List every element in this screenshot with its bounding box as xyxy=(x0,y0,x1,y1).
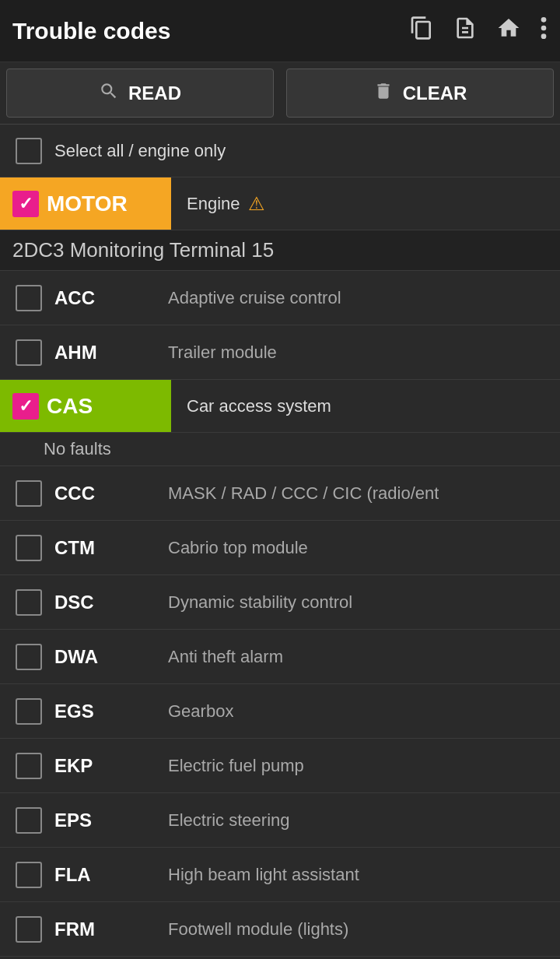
dsc-checkbox[interactable] xyxy=(16,589,42,616)
acc-checkbox[interactable] xyxy=(16,285,42,311)
egs-desc: Gearbox xyxy=(168,701,233,722)
cas-module-header[interactable]: CAS Car access system xyxy=(0,380,560,433)
cas-checkbox[interactable] xyxy=(12,393,39,420)
motor-checkbox[interactable] xyxy=(12,191,39,217)
acc-code: ACC xyxy=(54,287,156,309)
ctm-desc: Cabrio top module xyxy=(168,538,308,558)
frm-code: FRM xyxy=(54,919,156,940)
egs-code: EGS xyxy=(54,701,156,722)
ekp-checkbox[interactable] xyxy=(16,753,42,779)
list-item[interactable]: CCC MASK / RAD / CCC / CIC (radio/ent xyxy=(0,466,560,521)
svg-point-0 xyxy=(541,17,547,23)
select-all-checkbox[interactable] xyxy=(16,138,42,164)
home-icon[interactable] xyxy=(496,16,521,46)
read-button[interactable]: READ xyxy=(6,68,274,118)
list-item[interactable]: CTM Cabrio top module xyxy=(0,521,560,575)
eps-code: EPS xyxy=(54,810,156,831)
read-label: READ xyxy=(128,83,181,104)
motor-description: Engine ⚠ xyxy=(171,193,265,215)
svg-point-1 xyxy=(541,26,547,31)
dwa-code: DWA xyxy=(54,646,156,668)
warning-icon: ⚠ xyxy=(248,193,265,215)
copy-icon[interactable] xyxy=(409,16,434,46)
ahm-desc: Trailer module xyxy=(168,342,277,363)
egs-checkbox[interactable] xyxy=(16,698,42,725)
cas-description: Car access system xyxy=(171,396,331,416)
search-icon xyxy=(99,81,119,106)
list-item[interactable]: ACC Adaptive cruise control xyxy=(0,271,560,325)
list-item[interactable]: DWA Anti theft alarm xyxy=(0,630,560,684)
select-all-row[interactable]: Select all / engine only xyxy=(0,125,560,177)
delete-icon xyxy=(373,81,394,106)
acc-desc: Adaptive cruise control xyxy=(168,288,341,308)
page-title: Trouble codes xyxy=(12,18,409,44)
ccc-checkbox[interactable] xyxy=(16,480,42,507)
more-icon[interactable] xyxy=(540,16,548,46)
frm-checkbox[interactable] xyxy=(16,916,42,943)
ahm-code: AHM xyxy=(54,342,156,364)
module-list: ACC Adaptive cruise control AHM Trailer … xyxy=(0,271,560,957)
clear-label: CLEAR xyxy=(403,83,467,104)
svg-point-2 xyxy=(541,33,547,39)
fla-code: FLA xyxy=(54,864,156,886)
list-item[interactable]: FLA High beam light assistant xyxy=(0,848,560,902)
motor-module-header[interactable]: MOTOR Engine ⚠ xyxy=(0,177,560,230)
eps-checkbox[interactable] xyxy=(16,807,42,834)
list-item[interactable]: EGS Gearbox xyxy=(0,684,560,739)
select-all-label: Select all / engine only xyxy=(54,141,226,161)
ekp-desc: Electric fuel pump xyxy=(168,756,304,776)
ccc-desc: MASK / RAD / CCC / CIC (radio/ent xyxy=(168,483,439,504)
header-icons xyxy=(409,16,548,46)
list-item[interactable]: EKP Electric fuel pump xyxy=(0,739,560,793)
ctm-checkbox[interactable] xyxy=(16,535,42,561)
cas-desc-text: Car access system xyxy=(187,396,331,416)
cas-module-tag[interactable]: CAS xyxy=(0,380,171,432)
dsc-code: DSC xyxy=(54,592,156,613)
header: Trouble codes xyxy=(0,0,560,62)
list-item[interactable]: EPS Electric steering xyxy=(0,793,560,848)
eps-desc: Electric steering xyxy=(168,810,290,831)
frm-desc: Footwell module (lights) xyxy=(168,919,348,940)
motor-module-tag[interactable]: MOTOR xyxy=(0,177,171,230)
dwa-desc: Anti theft alarm xyxy=(168,647,283,667)
list-item[interactable]: DSC Dynamic stability control xyxy=(0,575,560,630)
cas-tag-label: CAS xyxy=(47,394,93,419)
list-item[interactable]: AHM Trailer module xyxy=(0,325,560,380)
ahm-checkbox[interactable] xyxy=(16,339,42,366)
fla-desc: High beam light assistant xyxy=(168,865,359,885)
section-title: 2DC3 Monitoring Terminal 15 xyxy=(0,230,560,271)
ekp-code: EKP xyxy=(54,755,156,777)
no-faults-label: No faults xyxy=(0,433,560,466)
list-item[interactable]: FRM Footwell module (lights) xyxy=(0,902,560,957)
clear-button[interactable]: CLEAR xyxy=(286,68,554,118)
dwa-checkbox[interactable] xyxy=(16,644,42,670)
ctm-code: CTM xyxy=(54,537,156,559)
dsc-desc: Dynamic stability control xyxy=(168,592,352,613)
document-icon[interactable] xyxy=(453,16,478,46)
motor-tag-label: MOTOR xyxy=(47,191,128,216)
motor-desc-text: Engine xyxy=(187,194,240,214)
toolbar: READ CLEAR xyxy=(0,62,560,125)
ccc-code: CCC xyxy=(54,483,156,504)
fla-checkbox[interactable] xyxy=(16,862,42,888)
